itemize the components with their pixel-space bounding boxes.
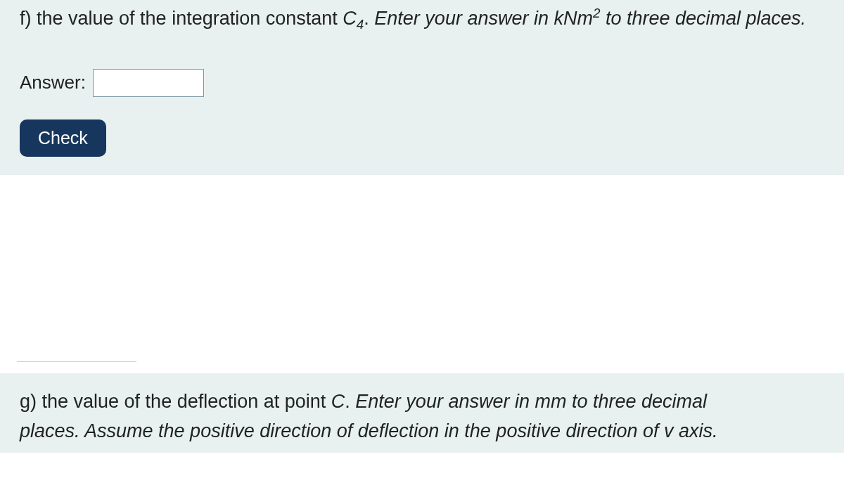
question-f-instr-1: Enter your answer in kNm xyxy=(374,8,593,29)
question-f-text-1: the value of the integration constant xyxy=(37,8,343,29)
answer-input-f[interactable] xyxy=(93,69,204,97)
question-f-sub-4: 4 xyxy=(357,17,364,32)
question-f-prompt: f) the value of the integration constant… xyxy=(20,3,824,35)
content-gap xyxy=(0,175,844,373)
question-g-block: g) the value of the deflection at point … xyxy=(0,373,844,453)
answer-label-f: Answer: xyxy=(20,72,86,93)
answer-row-f: Answer: xyxy=(20,69,824,97)
question-f-prefix: f) xyxy=(20,8,37,29)
question-f-instr-2: to three decimal places. xyxy=(600,8,806,29)
check-button-f[interactable]: Check xyxy=(20,119,106,157)
faint-divider xyxy=(17,361,136,362)
question-f-var-c: C xyxy=(343,8,357,29)
question-g-line2: places. Assume the positive direction of… xyxy=(20,420,718,441)
question-g-prefix: g) xyxy=(20,391,42,412)
question-g-period: . xyxy=(345,391,355,412)
question-f-period: . xyxy=(364,8,374,29)
question-f-block: f) the value of the integration constant… xyxy=(0,0,844,175)
question-g-prompt: g) the value of the deflection at point … xyxy=(20,387,824,446)
question-g-var-c: C xyxy=(331,391,345,412)
question-g-text-1: the value of the deflection at point xyxy=(42,391,331,412)
question-g-line1-tail: Enter your answer in mm to three decimal xyxy=(355,391,707,412)
question-f-sup-2: 2 xyxy=(593,6,601,20)
